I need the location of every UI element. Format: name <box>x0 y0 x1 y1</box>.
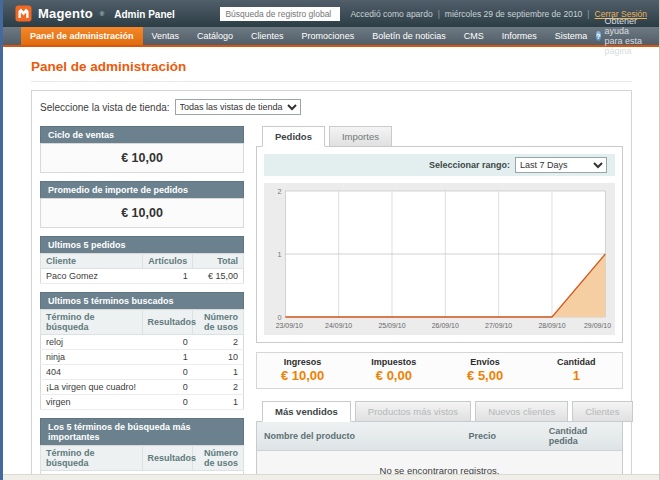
nav-item-informes[interactable]: Informes <box>493 27 546 45</box>
grid-empty-message: No se encontraron registros. <box>257 451 622 480</box>
nav-item-panel-de-administracion[interactable]: Panel de administración <box>21 27 143 45</box>
range-label: Seleccionar rango: <box>429 160 510 170</box>
table-row: 40401 <box>41 365 244 380</box>
report-tabs: Más vendidosProductos más vistosNuevos c… <box>256 401 623 421</box>
brand-suffix: Admin Panel <box>114 9 175 20</box>
sales-cycle-value: € 10,00 <box>40 143 244 173</box>
column-header: Cliente <box>41 254 143 269</box>
column-header: Resultados <box>142 310 193 335</box>
grid-header-row: Nombre del productoPrecioCantidad pedida <box>257 422 622 451</box>
main-nav-items: Panel de administraciónVentasCatálogoCli… <box>21 27 596 45</box>
block-title: Promedio de importe de pedidos <box>40 181 244 198</box>
tab-importes[interactable]: Importes <box>329 126 392 147</box>
separator: | <box>438 9 440 19</box>
table-cell: 0 <box>142 395 193 410</box>
totals-bar: Ingresos € 10,00 Impuestos € 0,00 Envíos… <box>256 352 623 389</box>
global-search-input[interactable] <box>220 7 340 21</box>
help-icon: ? <box>596 31 600 41</box>
nav-item-clientes[interactable]: Clientes <box>242 27 293 45</box>
total-quantity: Cantidad 1 <box>531 357 622 383</box>
table-cell: ninja <box>41 350 143 365</box>
dashboard-main: PedidosImportes Seleccionar rango: Last … <box>256 126 623 480</box>
nav-item-catalogo[interactable]: Catálogo <box>188 27 242 45</box>
total-value: 1 <box>531 368 622 383</box>
table-cell: 10 <box>193 471 244 480</box>
dashboard-sidebar: Ciclo de ventas € 10,00 Promedio de impo… <box>40 126 244 480</box>
column-header: Término de búsqueda <box>41 446 143 471</box>
range-select[interactable]: Last 7 Days <box>515 157 607 173</box>
svg-text:23/09/10: 23/09/10 <box>276 322 303 330</box>
table-cell: 1 <box>193 365 244 380</box>
top-search-terms-table: Término de búsquedaResultadosNúmero de u… <box>40 445 244 480</box>
nav-item-ventas[interactable]: Ventas <box>143 27 189 45</box>
svg-text:0: 0 <box>277 313 281 322</box>
table-cell: virgen <box>41 395 143 410</box>
table-cell: 1 <box>142 350 193 365</box>
help-link[interactable]: ? Obtener ayuda para esta página <box>596 27 659 45</box>
total-value: € 0,00 <box>348 368 439 383</box>
svg-text:27/09/10: 27/09/10 <box>485 322 512 330</box>
dashboard-chart: 01223/09/1024/09/1025/09/1026/09/1027/09… <box>264 183 615 335</box>
nav-item-boletin-de-noticias[interactable]: Boletín de noticias <box>363 27 455 45</box>
average-order-value: € 10,00 <box>40 198 244 228</box>
nav-item-cms[interactable]: CMS <box>455 27 493 45</box>
svg-text:24/09/10: 24/09/10 <box>325 322 352 330</box>
table-cell: 1 <box>142 471 193 480</box>
svg-text:26/09/10: 26/09/10 <box>432 322 459 330</box>
table-row: reloj02 <box>41 335 244 350</box>
svg-text:29/09/10: 29/09/10 <box>584 322 611 330</box>
table-cell: Paco Gomez <box>41 269 143 284</box>
tab-clientes[interactable]: Clientes <box>572 401 632 422</box>
table-cell: 0 <box>142 335 193 350</box>
products-grid: Nombre del productoPrecioCantidad pedida… <box>257 422 622 480</box>
table-cell: 1 <box>142 269 193 284</box>
dashboard-body: Ciclo de ventas € 10,00 Promedio de impo… <box>32 120 631 480</box>
tab-pedidos[interactable]: Pedidos <box>262 126 325 147</box>
store-view-select[interactable]: Todas las vistas de tienda <box>175 99 301 115</box>
last-search-terms-block: Ultimos 5 términos buscados Término de b… <box>40 292 244 410</box>
tab-productos-mas-vistos[interactable]: Productos más vistos <box>355 401 471 422</box>
table-cell: 10 <box>193 350 244 365</box>
block-title: Ultimos 5 términos buscados <box>40 292 244 309</box>
chart-tabs: PedidosImportes <box>256 126 623 146</box>
column-header: Número de usos <box>193 446 244 471</box>
magento-admin-window: Magento® Admin Panel Accedió como apardo… <box>0 0 660 480</box>
total-revenue: Ingresos € 10,00 <box>257 357 348 383</box>
logged-in-as: Accedió como apardo <box>350 9 432 19</box>
top-search-terms-block: Los 5 términos de búsqueda más important… <box>40 418 244 480</box>
dashboard-container: Seleccione la vista de tienda: Todas las… <box>31 90 632 480</box>
column-header: Artículos <box>142 254 193 269</box>
nav-item-sistema[interactable]: Sistema <box>546 27 597 45</box>
grid-column-header: Nombre del producto <box>257 422 461 451</box>
top-header: Magento® Admin Panel Accedió como apardo… <box>3 0 659 27</box>
total-value: € 5,00 <box>440 368 531 383</box>
store-view-row: Seleccione la vista de tienda: Todas las… <box>32 91 631 120</box>
tab-nuevos-clientes[interactable]: Nuevos clientes <box>475 401 568 422</box>
svg-text:28/09/10: 28/09/10 <box>538 322 565 330</box>
column-header: Total <box>193 254 244 269</box>
tab-mas-vendidos[interactable]: Más vendidos <box>262 401 351 422</box>
column-header: Resultados <box>142 446 193 471</box>
table-cell: ¡La virgen que cuadro! <box>41 380 143 395</box>
table-cell: ninja <box>41 471 143 480</box>
table-row: virgen01 <box>41 395 244 410</box>
main-nav: Panel de administraciónVentasCatálogoCli… <box>3 27 659 47</box>
table-cell: 404 <box>41 365 143 380</box>
total-label: Impuestos <box>348 357 439 367</box>
chart-panel: Seleccionar rango: Last 7 Days 01223/09/… <box>256 146 623 343</box>
table-cell: 0 <box>142 380 193 395</box>
header-user-info: Accedió como apardo | miércoles 29 de se… <box>350 9 647 19</box>
column-header: Número de usos <box>193 310 244 335</box>
table-cell: € 15,00 <box>193 269 244 284</box>
table-header-row: ClienteArtículosTotal <box>41 254 244 269</box>
total-label: Envíos <box>440 357 531 367</box>
total-label: Cantidad <box>531 357 622 367</box>
last-orders-table: ClienteArtículosTotalPaco Gomez1€ 15,00 <box>40 253 244 284</box>
table-row: Paco Gomez1€ 15,00 <box>41 269 244 284</box>
table-cell: 2 <box>193 380 244 395</box>
brand-name: Magento <box>38 6 93 21</box>
nav-item-promociones[interactable]: Promociones <box>293 27 364 45</box>
store-view-label: Seleccione la vista de tienda: <box>40 102 170 113</box>
sales-cycle-block: Ciclo de ventas € 10,00 <box>40 126 244 173</box>
last-search-terms-table: Término de búsquedaResultadosNúmero de u… <box>40 309 244 410</box>
